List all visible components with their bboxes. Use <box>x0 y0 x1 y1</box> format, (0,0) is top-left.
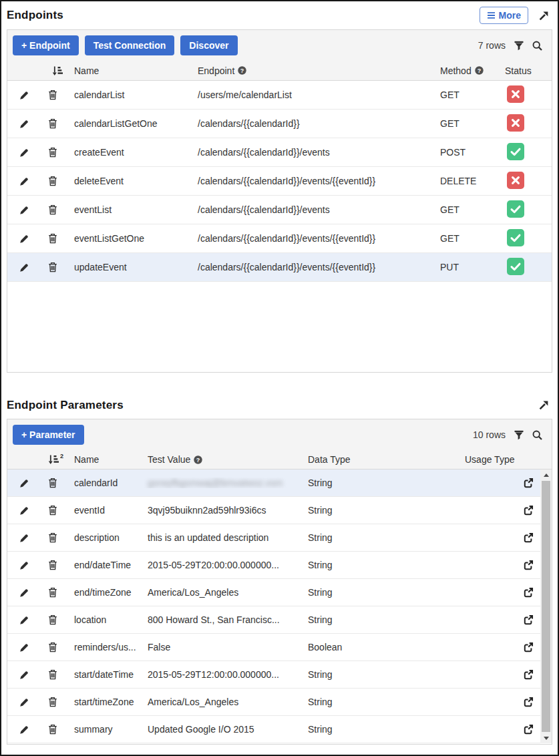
edit-icon[interactable] <box>7 90 41 100</box>
delete-icon[interactable] <box>41 587 65 598</box>
edit-icon[interactable] <box>7 148 41 158</box>
filter-icon[interactable] <box>514 41 524 51</box>
delete-icon[interactable] <box>41 532 65 543</box>
edit-icon[interactable] <box>7 506 41 516</box>
parameter-table-row[interactable]: description this is an updated descripti… <box>7 524 540 552</box>
parameter-table-row[interactable]: start/timeZone America/Los_Angeles Strin… <box>7 689 540 716</box>
edit-icon[interactable] <box>7 533 41 543</box>
vertical-scrollbar[interactable] <box>540 469 552 743</box>
parameter-table-row[interactable]: end/dateTime 2015-05-29T20:00:00.000000.… <box>7 552 540 579</box>
parameter-test-value: gsrwyfbgsmwaj@bmvatwoz.vsm <box>148 478 283 488</box>
parameter-test-value: 800 Howard St., San Francisc... <box>148 614 280 625</box>
parameters-title: Endpoint Parameters <box>7 399 124 412</box>
parameter-data-type: String <box>299 505 455 516</box>
status-cell <box>496 229 552 248</box>
parameter-table-row[interactable]: eventId 3qvj95buiknn2ad59hlr93i6cs Strin… <box>7 497 540 524</box>
delete-icon[interactable] <box>41 642 65 652</box>
external-link-icon[interactable] <box>523 697 534 707</box>
delete-icon[interactable] <box>41 478 65 488</box>
edit-icon[interactable] <box>7 234 41 244</box>
parameter-table-row[interactable]: summary Updated Google I/O 2015 String <box>7 716 540 743</box>
parameter-table-row[interactable]: reminders/us... False Boolean <box>7 634 540 661</box>
search-icon[interactable] <box>532 41 542 51</box>
parameter-table-row[interactable]: start/dateTime 2015-05-29T12:00:00.00000… <box>7 661 540 689</box>
endpoint-table-row[interactable]: eventList /calendars/{{calendarId}}/even… <box>7 196 552 224</box>
edit-icon[interactable] <box>7 615 41 625</box>
edit-icon[interactable] <box>7 205 41 215</box>
endpoint-table-row[interactable]: eventListGetOne /calendars/{{calendarId}… <box>7 224 552 253</box>
parameter-table-row[interactable]: calendarId gsrwyfbgsmwaj@bmvatwoz.vsm St… <box>7 469 540 497</box>
edit-icon[interactable] <box>7 176 41 186</box>
external-link-icon[interactable] <box>523 724 534 735</box>
parameter-table-row[interactable]: end/timeZone America/Los_Angeles String <box>7 579 540 606</box>
column-header-name[interactable]: Name <box>65 454 138 465</box>
external-link-icon[interactable] <box>523 505 534 516</box>
parameter-test-value-cell: this is an updated description <box>138 532 299 543</box>
usage-type-cell <box>455 587 540 598</box>
delete-icon[interactable] <box>41 724 65 735</box>
delete-icon[interactable] <box>41 505 65 516</box>
edit-icon[interactable] <box>7 725 41 735</box>
endpoint-table-row[interactable]: calendarListGetOne /calendars/{{calendar… <box>7 110 552 138</box>
edit-icon[interactable] <box>7 262 41 272</box>
sort-icon[interactable] <box>41 65 65 76</box>
delete-icon[interactable] <box>41 262 65 272</box>
endpoint-table-row[interactable]: updateEvent /calendars/{{calendarId}}/ev… <box>7 253 552 282</box>
external-link-icon[interactable] <box>523 642 534 652</box>
column-header-data-type[interactable]: Data Type <box>299 454 455 465</box>
delete-icon[interactable] <box>41 118 65 129</box>
column-header-method[interactable]: Method <box>431 65 496 76</box>
sort-icon[interactable]: 2 <box>41 454 65 465</box>
help-icon[interactable] <box>475 66 484 75</box>
external-link-icon[interactable] <box>523 560 534 570</box>
edit-icon[interactable] <box>7 670 41 680</box>
add-parameter-button[interactable]: + Parameter <box>13 425 84 445</box>
external-link-icon[interactable] <box>523 614 534 625</box>
delete-icon[interactable] <box>41 669 65 680</box>
column-header-test-value[interactable]: Test Value <box>138 454 299 465</box>
discover-button[interactable]: Discover <box>180 35 237 55</box>
filter-icon[interactable] <box>514 430 524 440</box>
help-icon[interactable] <box>238 66 246 75</box>
delete-icon[interactable] <box>41 147 65 158</box>
scroll-up-button[interactable] <box>540 469 552 480</box>
edit-icon[interactable] <box>7 119 41 129</box>
test-connection-button[interactable]: Test Connection <box>85 35 175 55</box>
edit-icon[interactable] <box>7 588 41 598</box>
scroll-down-button[interactable] <box>540 733 552 743</box>
edit-icon[interactable] <box>7 642 41 652</box>
parameters-row-count: 10 rows <box>473 429 506 440</box>
edit-icon[interactable] <box>7 560 41 570</box>
column-header-endpoint[interactable]: Endpoint <box>188 65 431 76</box>
endpoint-path: /calendars/{{calendarId}}/events/{{event… <box>188 233 431 244</box>
more-button[interactable]: More <box>480 7 528 24</box>
external-link-icon[interactable] <box>523 587 534 598</box>
endpoint-table-row[interactable]: createEvent /calendars/{{calendarId}}/ev… <box>7 138 552 167</box>
external-link-icon[interactable] <box>523 478 534 488</box>
delete-icon[interactable] <box>41 233 65 244</box>
delete-icon[interactable] <box>41 614 65 625</box>
external-link-icon[interactable] <box>523 532 534 543</box>
status-success-icon <box>507 229 524 246</box>
column-header-name[interactable]: Name <box>65 65 188 76</box>
column-header-usage-type[interactable]: Usage Type <box>455 454 552 465</box>
delete-icon[interactable] <box>41 176 65 186</box>
search-icon[interactable] <box>532 430 542 440</box>
scrollbar-thumb[interactable] <box>542 481 550 732</box>
endpoint-table-row[interactable]: calendarList /users/me/calendarList GET <box>7 81 552 110</box>
external-link-icon[interactable] <box>523 669 534 680</box>
delete-icon[interactable] <box>41 89 65 100</box>
delete-icon[interactable] <box>41 697 65 707</box>
add-endpoint-button[interactable]: + Endpoint <box>13 35 79 55</box>
help-icon[interactable] <box>194 455 202 464</box>
endpoint-table-row[interactable]: deleteEvent /calendars/{{calendarId}}/ev… <box>7 167 552 196</box>
maximize-icon[interactable] <box>536 8 551 23</box>
maximize-icon[interactable] <box>536 398 551 413</box>
edit-icon[interactable] <box>7 478 41 488</box>
delete-icon[interactable] <box>41 204 65 215</box>
delete-icon[interactable] <box>41 560 65 570</box>
parameter-table-row[interactable]: location 800 Howard St., San Francisc...… <box>7 606 540 634</box>
edit-icon[interactable] <box>7 697 41 707</box>
parameter-data-type: String <box>299 532 455 543</box>
column-header-status[interactable]: Status <box>496 65 552 76</box>
